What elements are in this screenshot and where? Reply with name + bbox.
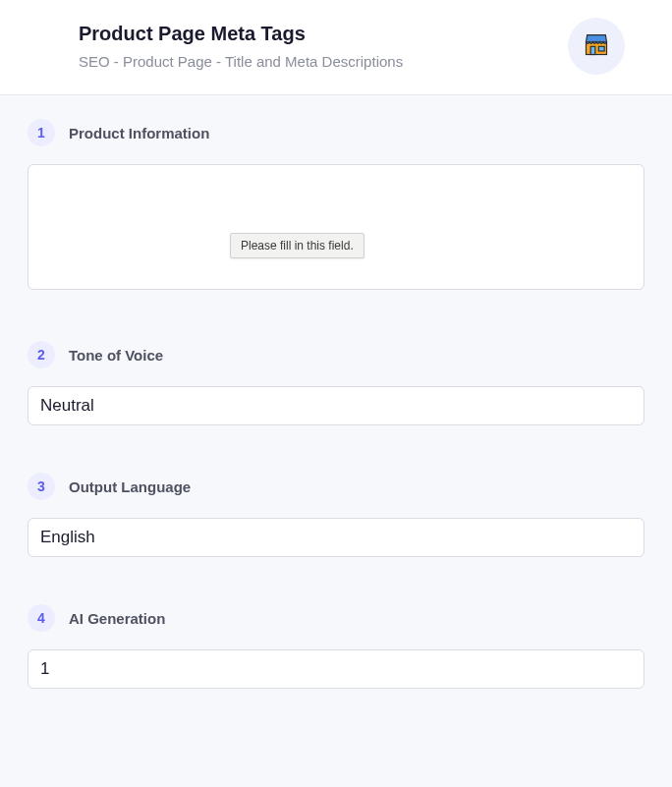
tone-of-voice-input[interactable] [28, 386, 644, 425]
product-information-input[interactable] [28, 164, 644, 290]
section-label: Output Language [69, 478, 191, 495]
section-header: 2 Tone of Voice [28, 341, 644, 368]
step-badge: 2 [28, 341, 55, 368]
textarea-wrapper: Please fill in this field. [28, 164, 644, 294]
step-badge: 4 [28, 604, 55, 632]
content-area: 1 Product Information Please fill in thi… [0, 95, 672, 759]
section-product-information: 1 Product Information Please fill in thi… [28, 119, 644, 294]
avatar[interactable] [568, 18, 625, 75]
header-text: Product Page Meta Tags SEO - Product Pag… [28, 23, 403, 70]
svg-rect-2 [598, 46, 604, 51]
svg-rect-1 [590, 46, 595, 54]
section-header: 1 Product Information [28, 119, 644, 146]
section-ai-generation: 4 AI Generation [28, 604, 644, 689]
step-badge: 1 [28, 119, 55, 146]
section-label: AI Generation [69, 610, 165, 627]
section-label: Product Information [69, 125, 209, 141]
page-title: Product Page Meta Tags [79, 23, 403, 45]
page-subtitle: SEO - Product Page - Title and Meta Desc… [79, 53, 403, 70]
section-header: 3 Output Language [28, 473, 644, 500]
validation-tooltip: Please fill in this field. [230, 233, 364, 258]
storefront-icon [583, 30, 610, 62]
section-output-language: 3 Output Language [28, 473, 644, 557]
section-label: Tone of Voice [69, 347, 163, 364]
section-tone-of-voice: 2 Tone of Voice [28, 341, 644, 425]
step-badge: 3 [28, 473, 55, 500]
ai-generation-input[interactable] [28, 649, 644, 689]
page-header: Product Page Meta Tags SEO - Product Pag… [0, 0, 672, 95]
section-header: 4 AI Generation [28, 604, 644, 632]
output-language-input[interactable] [28, 518, 644, 557]
